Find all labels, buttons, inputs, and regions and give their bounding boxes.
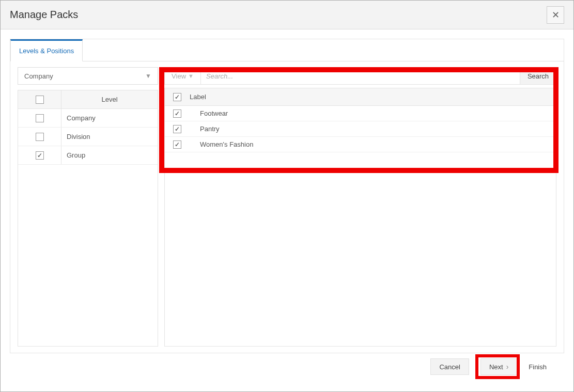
chevron-right-icon: › bbox=[506, 363, 509, 370]
search-button[interactable]: Search bbox=[520, 68, 556, 84]
label-row-checkbox[interactable]: ✓ bbox=[173, 125, 181, 133]
level-row-label: Group bbox=[61, 146, 158, 164]
close-icon: ✕ bbox=[552, 10, 560, 20]
next-label: Next bbox=[489, 363, 503, 371]
search-input[interactable] bbox=[201, 68, 520, 84]
level-row[interactable]: ✓ Group bbox=[18, 146, 158, 165]
label-row-text: Women's Fashion bbox=[190, 140, 253, 148]
caret-down-icon: ▼ bbox=[145, 72, 151, 80]
label-row[interactable]: ✓ Footwear bbox=[165, 106, 556, 121]
level-header-checkbox-cell bbox=[18, 90, 61, 108]
label-header-text: Label bbox=[190, 93, 206, 101]
right-column: View ▼ Search ✓ Label ✓ Footwe bbox=[164, 67, 556, 347]
level-row-checkbox[interactable]: ✓ bbox=[36, 151, 44, 160]
close-button[interactable]: ✕ bbox=[547, 6, 564, 24]
cancel-label: Cancel bbox=[439, 363, 460, 371]
level-row-checkbox[interactable] bbox=[36, 133, 44, 141]
level-table: Level Company Division ✓ Group bbox=[18, 90, 158, 347]
caret-down-icon: ▼ bbox=[188, 73, 194, 79]
label-row[interactable]: ✓ Pantry bbox=[165, 121, 556, 137]
label-header-checkbox[interactable]: ✓ bbox=[173, 93, 181, 101]
tab-bar: Levels & Positions bbox=[10, 39, 564, 61]
level-dropdown[interactable]: Company ▼ bbox=[18, 67, 158, 85]
label-row-checkbox[interactable]: ✓ bbox=[173, 140, 181, 149]
content-area: Company ▼ Level Company bbox=[10, 61, 564, 353]
tab-levels-positions[interactable]: Levels & Positions bbox=[10, 39, 83, 61]
next-button[interactable]: Next › bbox=[480, 358, 517, 375]
level-row[interactable]: Division bbox=[18, 128, 158, 146]
dialog-body: Levels & Positions Company ▼ Level bbox=[1, 29, 573, 391]
view-button-label: View bbox=[172, 72, 186, 80]
label-table: ✓ Label ✓ Footwear ✓ Pantry ✓ bbox=[164, 88, 556, 347]
main-panel: Levels & Positions Company ▼ Level bbox=[10, 39, 564, 353]
level-row-checkbox[interactable] bbox=[36, 114, 44, 122]
level-header-label: Level bbox=[61, 90, 158, 108]
cancel-button[interactable]: Cancel bbox=[430, 358, 469, 375]
level-header-checkbox[interactable] bbox=[36, 96, 44, 104]
level-row[interactable]: Company bbox=[18, 109, 158, 128]
label-row[interactable]: ✓ Women's Fashion bbox=[165, 137, 556, 152]
right-toolbar: View ▼ Search bbox=[164, 67, 556, 85]
manage-packs-dialog: Manage Packs ✕ Levels & Positions Compan… bbox=[0, 0, 574, 392]
label-table-header: ✓ Label bbox=[165, 88, 556, 106]
label-row-text: Pantry bbox=[190, 125, 220, 133]
level-row-label: Company bbox=[61, 109, 158, 127]
dropdown-value: Company bbox=[24, 72, 53, 80]
dialog-title: Manage Packs bbox=[10, 9, 78, 21]
left-column: Company ▼ Level Company bbox=[18, 67, 158, 347]
level-table-header: Level bbox=[18, 90, 158, 109]
level-row-label: Division bbox=[61, 128, 158, 146]
finish-button[interactable]: Finish bbox=[529, 363, 547, 371]
titlebar: Manage Packs ✕ bbox=[1, 1, 573, 29]
label-row-text: Footwear bbox=[190, 109, 228, 117]
label-row-checkbox[interactable]: ✓ bbox=[173, 109, 181, 118]
view-button[interactable]: View ▼ bbox=[165, 68, 201, 84]
dialog-footer: Cancel Next › Finish bbox=[10, 353, 564, 382]
